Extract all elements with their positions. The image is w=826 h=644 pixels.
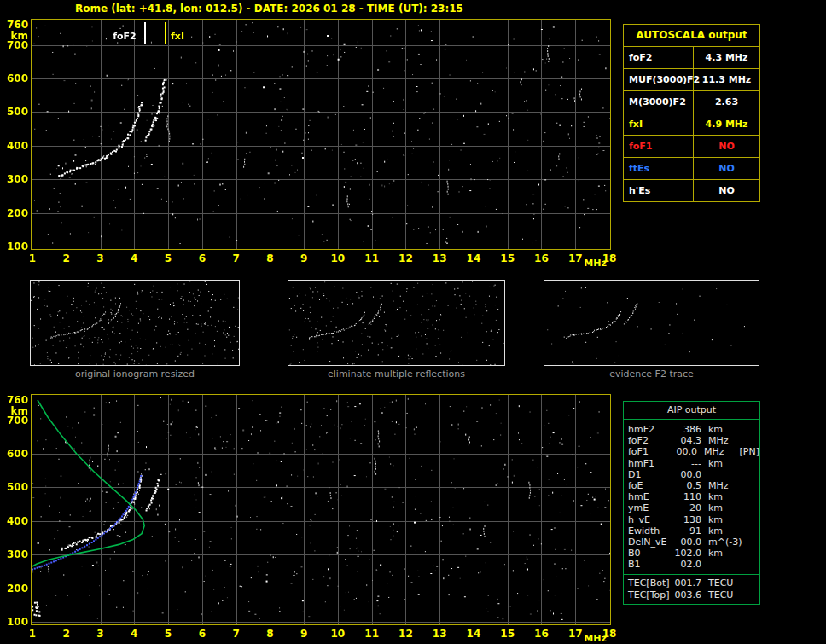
autoscala-row-value: 2.63 bbox=[694, 91, 759, 113]
aip-row-unit bbox=[701, 469, 742, 480]
aip-tec-rows: TEC[Bot]001.7TECUTEC[Top]003.6TECU bbox=[624, 574, 759, 603]
aip-row-value: 00.0 bbox=[672, 537, 701, 548]
aip-row-label: D1 bbox=[624, 469, 672, 480]
autoscala-row: M(3000)F22.63 bbox=[624, 91, 759, 113]
aip-row-unit: km bbox=[701, 525, 742, 537]
autoscala-row-label: foF2 bbox=[624, 47, 694, 68]
x-tick-label: 8 bbox=[259, 252, 281, 264]
x-tick-label: 12 bbox=[394, 252, 416, 264]
x-tick-label: 8 bbox=[259, 628, 281, 640]
aip-row-unit: km bbox=[701, 514, 742, 525]
thumbnail-caption-original: original ionogram resized bbox=[30, 368, 240, 380]
x-tick-label: 13 bbox=[428, 628, 451, 640]
aip-row: foF204.3MHz bbox=[624, 435, 759, 446]
aip-row-value: 386 bbox=[672, 424, 701, 435]
x-tick-label: 5 bbox=[157, 252, 179, 264]
x-tick-label: 2 bbox=[55, 252, 78, 264]
y-tick-label: 100 bbox=[5, 241, 28, 252]
x-tick-label: 3 bbox=[90, 252, 112, 264]
x-tick-label: 13 bbox=[428, 252, 451, 264]
aip-row: hmF2386km bbox=[624, 424, 759, 435]
autoscala-row-label: MUF(3000)F2 bbox=[624, 69, 694, 90]
x-tick-label: 14 bbox=[462, 628, 485, 640]
x-tick-label: 7 bbox=[225, 252, 247, 264]
thumbnail-multiple-reflections-removed bbox=[288, 280, 505, 366]
x-tick-label: 15 bbox=[497, 252, 519, 264]
autoscala-row: MUF(3000)F211.3 MHz bbox=[624, 69, 759, 91]
autoscala-row: ftEsNO bbox=[624, 158, 759, 180]
aip-row-label: B0 bbox=[624, 548, 672, 559]
scaled-ionogram-plot: 760700600500400300200100km12345678910111… bbox=[31, 19, 611, 250]
aip-row: foE0.5MHz bbox=[624, 480, 759, 491]
aip-row-unit: TECU bbox=[701, 577, 742, 589]
aip-row: Ewidth91km bbox=[624, 525, 759, 537]
x-tick-label: 11 bbox=[361, 252, 383, 264]
autoscala-window: Rome (lat: +41.8, lon: 012.5) - DATE: 20… bbox=[0, 0, 826, 644]
autoscala-output-table: AUTOSCALA output foF24.3 MHzMUF(3000)F21… bbox=[623, 24, 760, 202]
y-tick-label: 300 bbox=[5, 548, 28, 560]
aip-row-value: 02.0 bbox=[672, 559, 701, 570]
aip-row-unit: MHz bbox=[701, 480, 742, 491]
aip-row: hmF1---km bbox=[624, 458, 759, 469]
autoscala-table-title: AUTOSCALA output bbox=[624, 25, 759, 47]
restored-trace-canvas bbox=[32, 395, 610, 624]
autoscala-row: fxI4.9 MHz bbox=[624, 113, 759, 136]
aip-row: TEC[Bot]001.7TECU bbox=[624, 577, 759, 589]
scaled-ionogram-canvas bbox=[32, 20, 610, 249]
x-tick-label: 9 bbox=[293, 252, 315, 264]
x-tick-label: 6 bbox=[191, 252, 213, 264]
x-tick-label: 10 bbox=[327, 628, 349, 640]
autoscala-row: h'EsNO bbox=[624, 180, 759, 201]
aip-row: ymE20km bbox=[624, 502, 759, 513]
aip-row-label: B1 bbox=[624, 559, 672, 570]
thumbnail-caption-evidence: evidence F2 trace bbox=[544, 368, 759, 380]
y-tick-label: 760 bbox=[5, 19, 28, 31]
aip-row-value: 20 bbox=[672, 502, 701, 513]
aip-row-unit: km bbox=[701, 548, 742, 559]
aip-table-title: AIP output bbox=[624, 402, 759, 420]
y-tick-label: 600 bbox=[5, 73, 28, 84]
aip-row-value: 110 bbox=[672, 491, 701, 502]
y-tick-label: 500 bbox=[5, 481, 28, 493]
x-tick-label: 11 bbox=[361, 628, 383, 640]
x-tick-label: 5 bbox=[157, 628, 179, 640]
aip-row-value: 04.3 bbox=[672, 435, 701, 446]
autoscala-row-value: NO bbox=[694, 158, 759, 179]
aip-row-label: foF2 bbox=[624, 435, 672, 446]
autoscala-row-label: foF1 bbox=[624, 136, 694, 157]
x-tick-label: 15 bbox=[497, 628, 519, 640]
x-axis-unit-label: MHz bbox=[584, 633, 607, 644]
x-tick-label: 12 bbox=[394, 628, 416, 640]
thumbnail-f2-trace-evidence bbox=[544, 280, 759, 366]
aip-row-unit: MHz bbox=[697, 446, 736, 457]
thumbnail-caption-multiples: eliminate multiple reflections bbox=[288, 368, 505, 380]
x-tick-label: 4 bbox=[123, 628, 145, 640]
foF2-marker-label: foF2 bbox=[113, 31, 137, 42]
fxI-marker-label: fxI bbox=[171, 31, 184, 42]
aip-row-value: 91 bbox=[672, 525, 701, 537]
aip-row-unit: km bbox=[701, 424, 742, 435]
aip-row-unit bbox=[701, 559, 742, 570]
x-tick-label: 4 bbox=[123, 252, 145, 264]
y-tick-label: 200 bbox=[5, 583, 28, 595]
aip-row: hmE110km bbox=[624, 491, 759, 502]
x-tick-label: 10 bbox=[327, 252, 349, 264]
aip-row-value: 102.0 bbox=[672, 548, 701, 559]
aip-row-value: 138 bbox=[672, 514, 701, 525]
aip-row-value: 0.5 bbox=[672, 480, 701, 491]
autoscala-row: foF24.3 MHz bbox=[624, 47, 759, 69]
aip-row: DelN_vE00.0m^(-3) bbox=[624, 537, 759, 548]
thumbnail-original-ionogram bbox=[30, 280, 240, 366]
aip-output-table: AIP output hmF2386kmfoF204.3MHzfoF100.0M… bbox=[623, 401, 760, 605]
y-axis-unit-label: km bbox=[5, 405, 28, 417]
x-tick-label: 3 bbox=[90, 628, 112, 640]
aip-row: TEC[Top]003.6TECU bbox=[624, 589, 759, 600]
x-axis-unit-label: MHz bbox=[584, 258, 607, 269]
aip-row-label: Ewidth bbox=[624, 525, 672, 537]
aip-row-unit: TECU bbox=[701, 589, 742, 600]
aip-row-label: foF1 bbox=[624, 446, 670, 457]
x-tick-label: 1 bbox=[21, 252, 44, 264]
station-date-title: Rome (lat: +41.8, lon: 012.5) - DATE: 20… bbox=[75, 3, 463, 15]
x-tick-label: 7 bbox=[225, 628, 247, 640]
autoscala-row: foF1NO bbox=[624, 136, 759, 158]
